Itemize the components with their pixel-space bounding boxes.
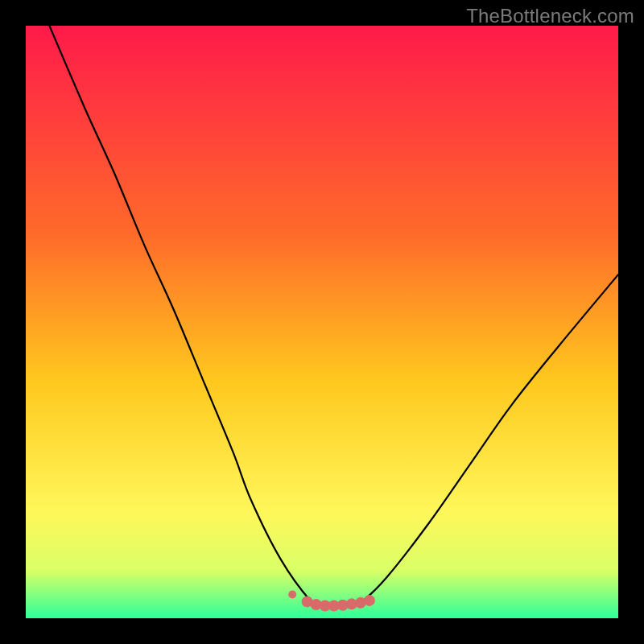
watermark-text: TheBottleneck.com (466, 5, 634, 27)
chart-svg (26, 26, 618, 618)
chart-frame: TheBottleneck.com (0, 0, 644, 644)
curve-marker (288, 591, 296, 599)
plot-area (26, 26, 618, 618)
gradient-background (26, 26, 618, 618)
curve-marker (364, 595, 375, 606)
